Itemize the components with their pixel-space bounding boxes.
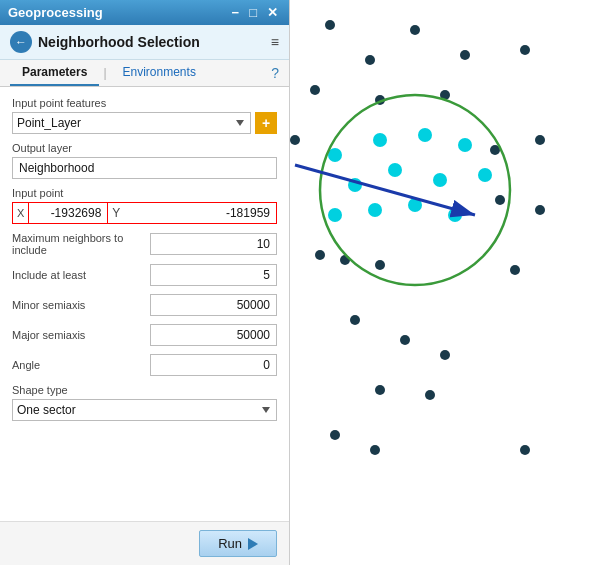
- angle-label: Angle: [12, 359, 142, 371]
- major-semiaxis-label: Major semiaxis: [12, 329, 142, 341]
- coord-y-sep: Y: [108, 202, 124, 224]
- map-point: [410, 25, 420, 35]
- map-point: [310, 85, 320, 95]
- run-label: Run: [218, 536, 242, 551]
- map-point: [433, 173, 447, 187]
- output-layer-group: Output layer: [12, 142, 277, 179]
- tab-parameters[interactable]: Parameters: [10, 60, 99, 86]
- selection-circle: [320, 95, 510, 285]
- max-neighbors-label: Maximum neighbors to include: [12, 232, 142, 256]
- tab-environments[interactable]: Environments: [111, 60, 208, 86]
- panel-title: Neighborhood Selection: [38, 34, 200, 50]
- max-neighbors-input[interactable]: [150, 233, 277, 255]
- input-point-label: Input point: [12, 187, 277, 199]
- map-point: [425, 390, 435, 400]
- major-semiaxis-group: Major semiaxis: [12, 324, 277, 346]
- map-point: [373, 133, 387, 147]
- map-canvas: [290, 0, 595, 565]
- angle-group: Angle: [12, 354, 277, 376]
- add-input-button[interactable]: +: [255, 112, 277, 134]
- output-layer-label: Output layer: [12, 142, 277, 154]
- input-point-features-group: Input point features Point_Layer +: [12, 97, 277, 134]
- input-point-features-row: Point_Layer +: [12, 112, 277, 134]
- panel-body: Input point features Point_Layer + Outpu…: [0, 87, 289, 521]
- tab-divider: |: [103, 66, 106, 80]
- map-point: [388, 163, 402, 177]
- map-point: [315, 250, 325, 260]
- map-point: [370, 445, 380, 455]
- minor-semiaxis-row: Minor semiaxis: [12, 294, 277, 316]
- map-point: [400, 335, 410, 345]
- restore-button[interactable]: □: [246, 6, 260, 19]
- angle-row: Angle: [12, 354, 277, 376]
- map-point: [520, 445, 530, 455]
- geoprocessing-panel: Geoprocessing − □ ✕ ← Neighborhood Selec…: [0, 0, 290, 565]
- map-point: [330, 430, 340, 440]
- coord-row: X Y: [12, 202, 277, 224]
- help-icon[interactable]: ?: [271, 65, 279, 81]
- minor-semiaxis-label: Minor semiaxis: [12, 299, 142, 311]
- map-point: [495, 195, 505, 205]
- major-semiaxis-row: Major semiaxis: [12, 324, 277, 346]
- minimize-button[interactable]: −: [229, 6, 243, 19]
- include-at-least-row: Include at least: [12, 264, 277, 286]
- map-point: [520, 45, 530, 55]
- titlebar-controls: − □ ✕: [229, 6, 281, 19]
- map-point: [535, 135, 545, 145]
- shape-type-select[interactable]: One sector Four sectors Ellipse: [12, 399, 277, 421]
- run-arrow-icon: [248, 538, 258, 550]
- map-point: [328, 208, 342, 222]
- map-point: [325, 20, 335, 30]
- map-point: [478, 168, 492, 182]
- titlebar: Geoprocessing − □ ✕: [0, 0, 289, 25]
- coord-x-input[interactable]: [28, 202, 108, 224]
- map-point: [365, 55, 375, 65]
- coord-x-label: X: [12, 202, 28, 224]
- input-point-group: Input point X Y: [12, 187, 277, 224]
- map-point: [458, 138, 472, 152]
- include-at-least-input[interactable]: [150, 264, 277, 286]
- map-point: [440, 350, 450, 360]
- angle-input[interactable]: [150, 354, 277, 376]
- map-point: [460, 50, 470, 60]
- input-point-features-label: Input point features: [12, 97, 277, 109]
- tabs-bar: Parameters | Environments ?: [0, 60, 289, 87]
- panel-footer: Run: [0, 521, 289, 565]
- map-point: [375, 385, 385, 395]
- map-point: [290, 135, 300, 145]
- input-point-features-select[interactable]: Point_Layer: [12, 112, 251, 134]
- coord-y-input[interactable]: [124, 202, 277, 224]
- menu-icon[interactable]: ≡: [271, 34, 279, 50]
- shape-type-group: Shape type One sector Four sectors Ellip…: [12, 384, 277, 421]
- max-neighbors-row: Maximum neighbors to include: [12, 232, 277, 256]
- map-point: [350, 315, 360, 325]
- map-area: [290, 0, 595, 565]
- map-point: [418, 128, 432, 142]
- minor-semiaxis-group: Minor semiaxis: [12, 294, 277, 316]
- shape-type-label: Shape type: [12, 384, 277, 396]
- include-at-least-group: Include at least: [12, 264, 277, 286]
- map-point: [535, 205, 545, 215]
- close-button[interactable]: ✕: [264, 6, 281, 19]
- run-button[interactable]: Run: [199, 530, 277, 557]
- max-neighbors-group: Maximum neighbors to include: [12, 232, 277, 256]
- major-semiaxis-input[interactable]: [150, 324, 277, 346]
- titlebar-title: Geoprocessing: [8, 5, 103, 20]
- map-point: [510, 265, 520, 275]
- include-at-least-label: Include at least: [12, 269, 142, 281]
- map-point: [368, 203, 382, 217]
- back-button[interactable]: ←: [10, 31, 32, 53]
- output-layer-input[interactable]: [12, 157, 277, 179]
- panel-header: ← Neighborhood Selection ≡: [0, 25, 289, 60]
- minor-semiaxis-input[interactable]: [150, 294, 277, 316]
- map-point: [375, 260, 385, 270]
